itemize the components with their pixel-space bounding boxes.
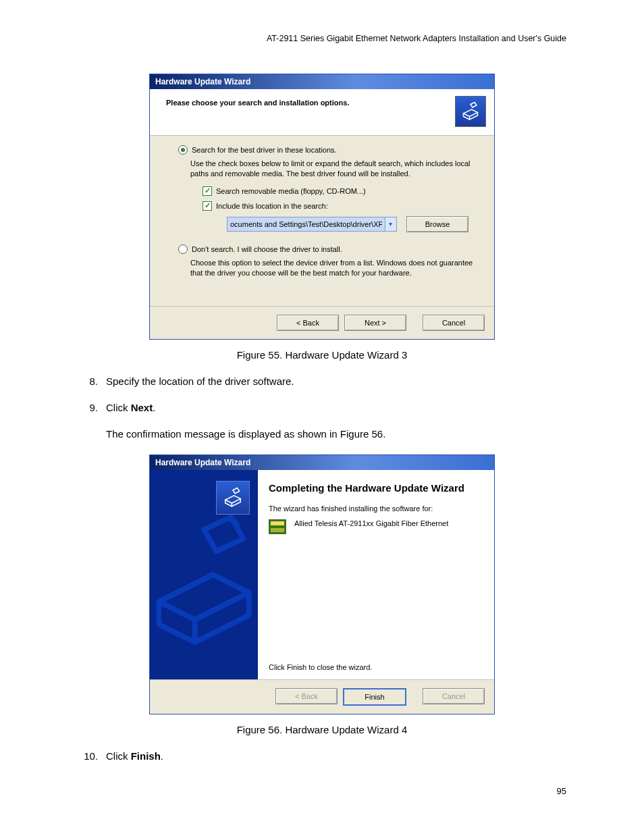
- cancel-button[interactable]: Cancel: [423, 315, 485, 331]
- dialog-body: Search for the best driver in these loca…: [150, 136, 494, 306]
- step-8: 8. Specify the location of the driver so…: [78, 375, 566, 387]
- radio-icon: [178, 244, 188, 254]
- dialog-instruction: Please choose your search and installati…: [158, 96, 349, 107]
- page-number: 95: [78, 786, 566, 796]
- radio-label: Search for the best driver in these loca…: [192, 146, 337, 154]
- figure-caption: Figure 55. Hardware Update Wizard 3: [78, 349, 566, 361]
- location-path-input[interactable]: [227, 217, 385, 231]
- finish-button[interactable]: Finish: [343, 688, 406, 706]
- back-button: < Back: [275, 688, 338, 704]
- option-description: Use the check boxes below to limit or ex…: [190, 159, 481, 180]
- step-text: Specify the location of the driver softw…: [106, 375, 294, 387]
- device-name: Allied Telesis AT-2911xx Gigabit Fiber E…: [294, 519, 448, 527]
- dialog-titlebar: Hardware Update Wizard: [150, 74, 494, 89]
- checkbox-label: Include this location in the search:: [216, 202, 328, 210]
- checkbox-icon: [203, 201, 212, 211]
- device-entry: Allied Telesis AT-2911xx Gigabit Fiber E…: [269, 519, 483, 534]
- cancel-button: Cancel: [423, 688, 485, 704]
- dialog-footer: < Back Next > Cancel: [150, 306, 494, 339]
- chevron-down-icon[interactable]: ▾: [385, 217, 396, 231]
- hardware-icon: [216, 481, 250, 515]
- browse-button[interactable]: Browse: [406, 216, 468, 232]
- checkbox-label: Search removable media (floppy, CD-ROM..…: [216, 187, 366, 195]
- radio-label: Don't search. I will choose the driver t…: [192, 245, 342, 253]
- dialog-header-area: Please choose your search and installati…: [150, 89, 494, 136]
- step-number: 9.: [78, 402, 98, 413]
- dialog-sidebar-graphic: [150, 470, 258, 679]
- hardware-update-wizard-dialog-2: Hardware Update Wizard Completing the Ha…: [149, 454, 495, 714]
- location-path-combobox[interactable]: ▾: [227, 217, 397, 232]
- step-9: 9. Click Next.: [78, 402, 566, 413]
- step-text: Click Next.: [106, 402, 155, 413]
- step-10: 10. Click Finish.: [78, 750, 566, 762]
- checkbox-search-removable-media[interactable]: Search removable media (floppy, CD-ROM..…: [203, 186, 481, 196]
- radio-icon: [178, 145, 188, 155]
- step-paragraph: The confirmation message is displayed as…: [106, 428, 566, 440]
- dialog-heading: Completing the Hardware Update Wizard: [269, 482, 483, 494]
- step-number: 10.: [78, 750, 98, 762]
- hardware-update-wizard-dialog-1: Hardware Update Wizard Please choose you…: [149, 74, 495, 340]
- step-text: Click Finish.: [106, 750, 163, 762]
- radio-search-best-driver[interactable]: Search for the best driver in these loca…: [178, 145, 481, 155]
- next-button[interactable]: Next >: [344, 315, 406, 331]
- network-card-icon: [269, 519, 286, 534]
- dialog-footer: < Back Finish Cancel: [150, 679, 494, 714]
- dialog-text: The wizard has finished installing the s…: [269, 504, 483, 513]
- page-header: AT-2911 Series Gigabit Ethernet Network …: [78, 34, 566, 43]
- checkbox-icon: [203, 186, 212, 196]
- figure-caption: Figure 56. Hardware Update Wizard 4: [78, 724, 566, 735]
- hardware-icon: [455, 96, 486, 127]
- dialog-footnote: Click Finish to close the wizard.: [269, 655, 483, 671]
- checkbox-include-location[interactable]: Include this location in the search:: [203, 201, 481, 211]
- dialog-content: Completing the Hardware Update Wizard Th…: [258, 470, 494, 679]
- step-number: 8.: [78, 375, 98, 387]
- dialog-titlebar: Hardware Update Wizard: [150, 455, 494, 470]
- back-button[interactable]: < Back: [277, 315, 339, 331]
- option-description: Choose this option to select the device …: [190, 258, 481, 279]
- radio-dont-search[interactable]: Don't search. I will choose the driver t…: [178, 244, 481, 254]
